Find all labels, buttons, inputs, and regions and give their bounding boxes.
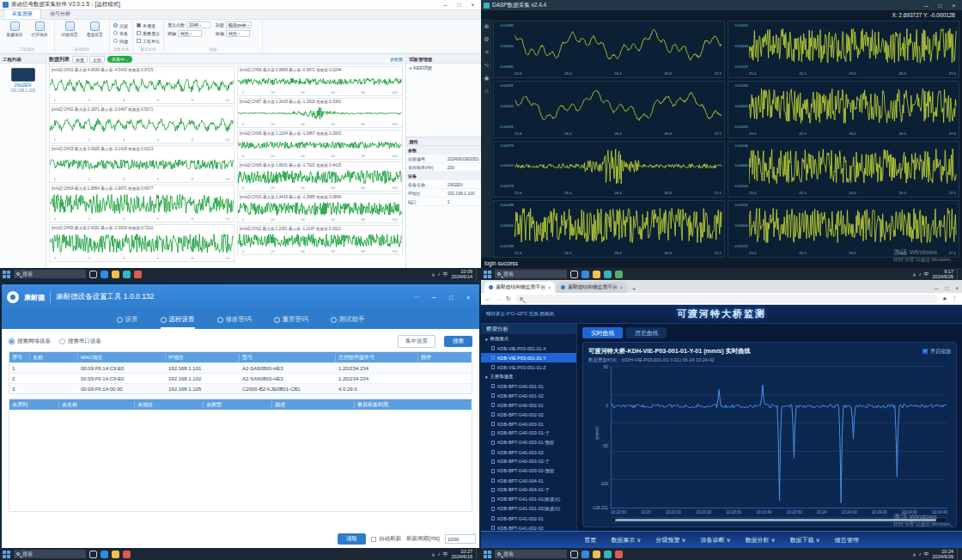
minimize-button[interactable]: ─ [428, 295, 440, 301]
device-item[interactable]: 2902EN 192.168.1.100 [0, 64, 46, 93]
start-button[interactable] [484, 271, 491, 278]
app-icon[interactable] [100, 551, 108, 558]
record-icon[interactable]: ◉ [484, 75, 489, 82]
nav-item[interactable]: 分级预警 ∨ [655, 536, 685, 545]
auto-refresh-checkbox[interactable]: 自动刷新 [371, 535, 401, 543]
start-button[interactable] [484, 551, 491, 558]
add-icon[interactable]: ⊕ [484, 23, 490, 30]
batch-setup-button[interactable]: 集中设置 [398, 335, 435, 348]
file-explorer-icon[interactable] [593, 551, 600, 558]
app-icon[interactable] [134, 271, 142, 278]
tray-expand-icon[interactable]: ∧ [431, 271, 435, 277]
waveform-strip[interactable]: [m/s2] CH10 最大值:1.4418 最小值:-1.3985 有效值:0… [237, 193, 403, 223]
sensor-tree-item[interactable]: KDB-BPT-G41-001-02(振源点) [481, 504, 576, 514]
system-tray[interactable]: ∧♪中 [431, 271, 448, 278]
taskbar-search[interactable]: 搜索 [14, 550, 86, 558]
settings-icon[interactable]: ⚙ [484, 36, 489, 43]
waveform-panel[interactable]: 0.001220.00000-0.00122 25.025.526.026.52… [728, 21, 959, 78]
sensor-tree-item[interactable]: KDB-BPT-G40-003-02-子 [481, 457, 576, 466]
nav-item[interactable]: 设置 [117, 310, 138, 329]
close-tab-icon[interactable]: × [620, 285, 623, 290]
close-button[interactable]: × [462, 295, 474, 301]
waveform-strip[interactable]: [m/s2] CH02 最大值:2.1871 最小值:-2.0467 有效值:0… [49, 106, 234, 143]
waveform-strip[interactable]: [m/s2] CH06 最大值:0.9866 最小值:-0.9671 有效值:0… [237, 66, 403, 96]
sensor-tree-item[interactable]: KDB-BPT-G41-001-01(振源点) [481, 495, 576, 504]
property-value[interactable]: 20240603E00514 [448, 156, 479, 161]
browser-icon[interactable] [604, 271, 612, 278]
ribbon-button[interactable]: 通道设置 [83, 21, 106, 37]
nav-item[interactable]: 修改密码 [217, 310, 252, 329]
display-checkbox[interactable]: 单通道 [137, 21, 160, 29]
more-button[interactable]: ⋯ [411, 294, 423, 301]
nav-item[interactable]: 设备诊断 ∨ [700, 536, 730, 545]
ime-indicator[interactable]: 中 [924, 551, 929, 558]
waveform-strip[interactable]: [m/s2] CH11 最大值:1.2251 最小值:-1.2147 有效值:0… [237, 225, 403, 255]
close-button[interactable]: × [948, 3, 959, 9]
search-button[interactable]: 搜索 [444, 336, 472, 347]
menu-icon[interactable]: ⋮ [952, 295, 958, 302]
nav-item[interactable]: 数据展示 ∨ [611, 536, 641, 545]
ribbon-tab[interactable]: 采集测量 [3, 9, 41, 19]
display-checkbox[interactable]: 重叠显示 [137, 29, 160, 37]
maximize-button[interactable]: □ [445, 295, 457, 301]
mode-radio[interactable]: 回放 [113, 37, 129, 45]
ime-indicator[interactable]: 中 [443, 551, 448, 558]
nav-item[interactable]: 首页 [584, 536, 596, 545]
sensor-tree-item[interactable]: KDB-BPT-G40-001-01 [481, 381, 576, 391]
volume-icon[interactable]: ♪ [438, 271, 441, 277]
sensor-tree-item[interactable]: KDB-BPT-G40-003-02-预留 [481, 466, 576, 476]
waveform-panel[interactable]: 0.002730.00000-0.00273 25.626.026.426.82… [493, 141, 725, 198]
browser-tab[interactable]: 康耐德结构物监测平台 × [484, 282, 555, 293]
file-explorer-icon[interactable] [112, 551, 119, 558]
tree-item[interactable]: KED试验 [406, 64, 481, 73]
ribbon-button[interactable]: 打开项目 [28, 21, 51, 37]
taskbar-clock[interactable]: 10:27 2024/6/15 [452, 549, 472, 559]
waveform-strip[interactable]: [m/s2] CH08 最大值:1.1204 最小值:-1.0867 有效值:0… [237, 130, 403, 160]
waveform-strip[interactable]: [m/s2] CH09 最大值:1.6631 最小值:-1.7022 有效值:0… [237, 161, 403, 192]
taskbar-search[interactable]: 搜索 [14, 270, 86, 278]
search-type-radio[interactable]: 搜索串口设备 [59, 338, 101, 345]
waveform-panel[interactable]: 0.001400.00000-0.00140 25.025.526.026.52… [728, 141, 959, 198]
back-icon[interactable]: ← [485, 295, 491, 301]
sensor-tree-item[interactable]: KDB-BPT-G40-004-01 [481, 476, 576, 485]
minimize-button[interactable]: ─ [440, 2, 451, 8]
minimize-button[interactable]: ─ [921, 3, 932, 9]
property-value[interactable]: 2902EN [448, 182, 479, 187]
browser-icon[interactable] [604, 551, 612, 558]
show-desktop-button[interactable] [476, 268, 478, 280]
property-value[interactable]: 192.168.1.100 [448, 191, 479, 196]
zoom-toggle[interactable]: ✓ 开启缩放 [922, 348, 951, 356]
waveform-strip[interactable]: [m/s2] CH04 最大值:1.8854 最小值:-1.9071 有效值:0… [49, 185, 234, 222]
nav-item[interactable]: 数据分析 ∨ [746, 536, 776, 545]
sensor-tree-item[interactable]: KDB-BPT-G40-003-01 [481, 419, 576, 429]
taskbar-clock[interactable]: 10:09 2024/6/14 [452, 269, 472, 279]
taskbar-clock[interactable]: 10:24 2024/6/26 [933, 549, 953, 559]
table-row[interactable]: 100:09:F6:14:C9:E0192.168.1.101A2-SA9080… [9, 362, 472, 373]
bookmark-icon[interactable]: ★ [942, 295, 947, 302]
tray-expand-icon[interactable]: ∧ [431, 551, 435, 557]
sensor-tree-item[interactable]: KDB-BPT-G40-004-01-子 [481, 485, 576, 495]
maximize-button[interactable]: □ [935, 3, 946, 9]
property-value[interactable]: 200 [448, 165, 479, 170]
close-tab-icon[interactable]: × [548, 285, 551, 290]
sensor-tree-item[interactable]: 桥面测点 [481, 334, 576, 344]
sensor-tree-item[interactable]: KDB-BPT-G41-002-02 [481, 523, 576, 531]
field-dropdown[interactable]: 线性 [226, 30, 250, 37]
app-icon[interactable] [615, 271, 623, 278]
menu-icon[interactable]: ≡ [484, 49, 488, 56]
app-icon[interactable] [615, 551, 623, 558]
app-icon[interactable] [100, 271, 108, 278]
app-icon[interactable] [123, 551, 131, 558]
search-type-radio[interactable]: 搜索网络设备 [9, 338, 51, 345]
property-value[interactable]: 1 [448, 199, 479, 204]
sensor-tree-item[interactable]: KDB-BPT-G40-002-02 [481, 410, 576, 419]
view-button[interactable]: 全部 [89, 56, 105, 63]
ribbon-tab[interactable]: 信号分析 [42, 9, 78, 19]
realtime-chart[interactable] [611, 366, 947, 508]
read-button[interactable]: 读取 [338, 533, 366, 545]
taskbar-clock[interactable]: 9:17 2024/6/26 [933, 269, 953, 279]
nav-item[interactable]: 测试助手 [331, 310, 365, 329]
refresh-interval-input[interactable] [445, 534, 476, 544]
nav-item[interactable]: 数据下载 ∨ [790, 536, 820, 545]
volume-icon[interactable]: ♪ [919, 551, 922, 557]
